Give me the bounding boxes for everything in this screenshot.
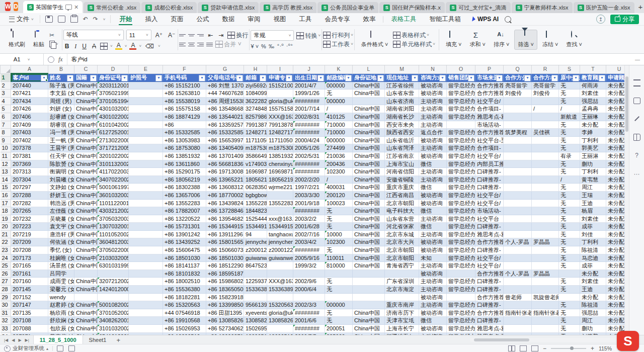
cell[interactable]: 山东省东营 xyxy=(385,90,419,98)
cell[interactable]: 360481200304020026 xyxy=(98,238,129,246)
filter-dropdown-icon[interactable]: ▼ xyxy=(496,75,503,81)
cell[interactable]: 500106199702210321 xyxy=(98,184,129,192)
cell[interactable]: 留学总经办 xyxy=(447,230,475,238)
widget-chevron-icon[interactable]: ▴ xyxy=(46,346,48,351)
cell[interactable]: 169698712 xyxy=(244,168,267,176)
cell[interactable]: 北京市朝阳 xyxy=(385,199,419,207)
cell[interactable]: 207223 xyxy=(11,223,48,231)
cell[interactable]: 新航道 xyxy=(559,113,580,121)
cell[interactable]: 207288 xyxy=(11,191,48,199)
zoom-slider[interactable] xyxy=(551,348,586,349)
cell[interactable]: 有录 xyxy=(559,152,580,160)
cell[interactable]: 青海省西宁 xyxy=(385,262,419,270)
cell[interactable]: 天津市宝坻 xyxy=(385,317,419,325)
cell[interactable]: / xyxy=(559,105,580,113)
cell[interactable]: 罗晶晶 xyxy=(532,270,559,278)
cell[interactable]: 130858260 xyxy=(244,317,267,325)
cell[interactable]: +86 1565399710 xyxy=(206,136,244,144)
horizontal-scrollbar-thumb[interactable] xyxy=(474,338,529,341)
cell[interactable]: 207297 xyxy=(11,184,48,192)
cell[interactable]: 207173 xyxy=(11,254,48,262)
convert-button[interactable]: 转换˅ xyxy=(296,32,320,39)
filter-dropdown-icon[interactable]: ▼ xyxy=(41,75,47,81)
cell[interactable]: +86 1506607386 xyxy=(206,246,244,254)
cell[interactable] xyxy=(532,144,559,152)
cell[interactable]: 124827175 xyxy=(267,129,293,137)
cell[interactable]: +86 15152100 xyxy=(163,81,206,90)
cell[interactable]: 200120 xyxy=(325,191,353,199)
column-header-E[interactable]: E xyxy=(129,65,163,73)
cell[interactable]: 北京市朝阳 xyxy=(385,246,419,254)
cell[interactable]: China中国 xyxy=(353,168,385,176)
row-number[interactable]: 23 xyxy=(1,246,11,254)
page-break-view-icon[interactable] xyxy=(531,345,538,351)
cell[interactable]: +86 15538019 xyxy=(163,97,206,105)
cell[interactable] xyxy=(385,293,419,301)
font-size-select[interactable]: 11˅ xyxy=(126,30,151,40)
cell[interactable] xyxy=(129,278,163,286)
cell[interactable]: 罗晶晶 xyxy=(532,238,559,246)
cell[interactable]: / xyxy=(559,175,580,184)
cell[interactable]: 主动咨询 xyxy=(419,215,447,223)
zoom-out-icon[interactable]: − xyxy=(543,345,546,351)
cell[interactable]: 无 xyxy=(325,317,353,325)
cell[interactable]: +86 13053983 xyxy=(163,136,206,144)
new-tab-button[interactable]: + xyxy=(635,3,644,11)
cell[interactable]: 刘晨曦 (女 xyxy=(48,175,74,184)
align-top-icon[interactable] xyxy=(179,33,186,38)
system-widget-label[interactable]: 业财管理系统 xyxy=(13,345,44,352)
cell[interactable]: 主动咨询 xyxy=(419,113,447,121)
cell[interactable] xyxy=(504,184,532,192)
cell[interactable]: 曾老师 xyxy=(504,293,532,301)
cell[interactable]: 雅思考点-雅 xyxy=(475,230,504,238)
cell[interactable]: 207403 xyxy=(11,129,48,137)
cell[interactable] xyxy=(504,168,532,176)
cell[interactable]: 15254445 xyxy=(244,215,267,223)
cell[interactable]: 无 xyxy=(559,129,580,137)
row-number[interactable]: 7 xyxy=(1,121,11,129)
cell[interactable]: 成菲 xyxy=(580,262,606,270)
cell[interactable] xyxy=(129,246,163,254)
cell[interactable]: China中国 xyxy=(353,191,385,199)
cell[interactable]: 主动咨询 xyxy=(419,105,447,113)
cell[interactable]: 被动咨询 xyxy=(419,90,447,98)
cell[interactable]: China中国 xyxy=(74,105,98,113)
cell[interactable]: 207421 xyxy=(11,90,48,98)
cell[interactable]: +86 56681836 xyxy=(206,160,244,168)
header-cell[interactable]: 邮政编码▼ xyxy=(325,73,353,81)
cell[interactable]: 无 xyxy=(559,215,580,223)
cell[interactable]: 210303200509160922 xyxy=(98,254,129,262)
cell[interactable]: 主动咨询 xyxy=(419,262,447,270)
cell[interactable]: 陈歆赟 (女 xyxy=(48,160,74,168)
column-header-A[interactable]: A xyxy=(11,65,48,73)
cell[interactable]: 口碑推荐- xyxy=(475,175,504,184)
cell[interactable]: ######## xyxy=(293,168,325,176)
cell[interactable]: China中国 xyxy=(74,121,98,129)
cell[interactable]: 710000 xyxy=(325,121,353,129)
cell[interactable]: 124827175 xyxy=(244,129,267,137)
next-sheet-icon[interactable]: ▶ xyxy=(18,338,21,342)
cell[interactable]: 杨欣雨 (女 xyxy=(48,309,74,317)
cell[interactable]: 340702200202202520 xyxy=(98,175,129,184)
cell[interactable]: 成菲 xyxy=(580,223,606,231)
cell[interactable] xyxy=(532,325,559,333)
cell[interactable]: 被动咨询 xyxy=(419,309,447,317)
cell[interactable]: 100023 xyxy=(325,199,353,207)
cell[interactable]: guiwanwei xyxy=(244,254,267,262)
cell[interactable]: +86 15290175 xyxy=(163,168,206,176)
cell[interactable] xyxy=(532,168,559,176)
filter-dropdown-icon[interactable]: ▼ xyxy=(260,75,266,81)
row-number[interactable]: 9 xyxy=(1,136,11,144)
cell[interactable]: 留学总经办 xyxy=(447,81,475,90)
cell[interactable]: ######## xyxy=(293,160,325,168)
cell[interactable]: ######## xyxy=(293,309,325,317)
cell[interactable]: +86 1308582602 xyxy=(206,317,244,325)
cell[interactable]: 810000 xyxy=(325,262,353,270)
cell[interactable] xyxy=(532,191,559,199)
cell[interactable]: 207402 xyxy=(11,136,48,144)
cell[interactable] xyxy=(504,207,532,215)
document-tab[interactable]: S可过_支付宝+_滴滴 xyxy=(446,2,511,13)
cell[interactable]: 122593794 xyxy=(244,278,267,286)
cell[interactable] xyxy=(129,191,163,199)
row-number[interactable]: 16 xyxy=(1,191,11,199)
